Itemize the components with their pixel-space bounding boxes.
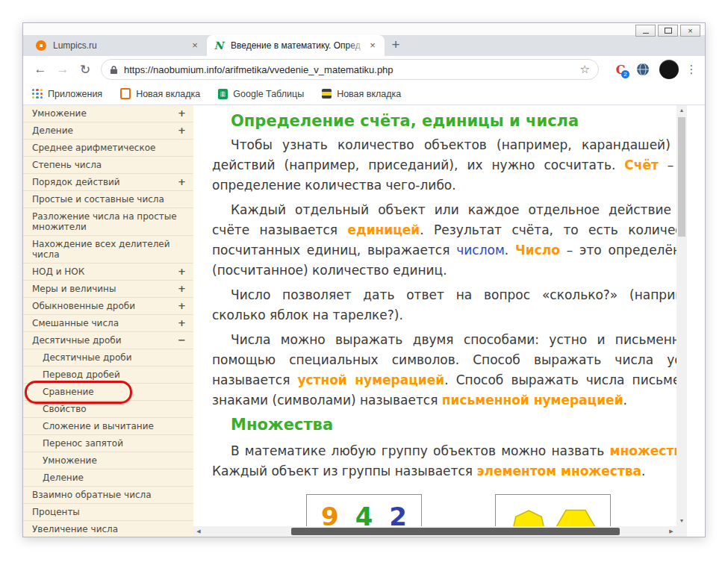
yellow-shapes-icon [505, 502, 602, 526]
sidebar-item[interactable]: Перенос запятой [23, 435, 193, 452]
sidebar-item-label: Простые и составные числа [32, 194, 164, 205]
reload-icon[interactable]: ↻ [74, 58, 96, 81]
sidebar-item-label: Свойство [43, 404, 87, 414]
sidebar-item[interactable]: Нахождение всех делителей числа [23, 236, 193, 263]
sidebar-item-label: Десятичные дроби [43, 352, 131, 363]
forward-icon[interactable]: → [52, 58, 74, 81]
sidebar-item-label: Перенос запятой [43, 438, 123, 449]
tab-close-icon[interactable]: × [189, 40, 201, 52]
horizontal-scrollbar-thumb[interactable] [291, 528, 620, 535]
page-area: Умножение+Деление+Среднее арифметическое… [23, 105, 705, 537]
tab-lumpics[interactable]: Lumpics.ru × [29, 35, 207, 56]
sidebar-item[interactable]: Обыкновенные дроби+ [23, 298, 193, 315]
sidebar-item[interactable]: НОД и НОК+ [23, 263, 193, 281]
apps-shortcut[interactable]: Приложения [32, 89, 102, 99]
collapse-minus-icon[interactable]: − [178, 335, 186, 346]
address-bar[interactable]: https://naobumium.info/arifmetika/vveden… [101, 59, 599, 80]
highlighted-term: Число [515, 243, 560, 258]
window-titlebar: × [23, 23, 705, 35]
sidebar-item[interactable]: Порядок действий+ [23, 174, 193, 191]
bookmark-star-icon[interactable]: ☆ [580, 63, 590, 76]
close-icon: × [688, 27, 692, 34]
page-right-margin [687, 105, 705, 537]
tab-active-vvedenie[interactable]: N Введение в математику. Опред × [207, 35, 385, 56]
sidebar-item[interactable]: Простые и составные числа [23, 191, 193, 208]
sidebar-item-label: Десятичные дроби [32, 335, 121, 346]
new-tab-button[interactable]: + [385, 35, 407, 56]
paragraph-counting: Чтобы узнать количество объектов (наприм… [212, 135, 676, 196]
sidebar-item-label: Меры и величины [32, 284, 116, 294]
sidebar-item[interactable]: Десятичные дроби− [23, 332, 193, 349]
sidebar-item-label: Нахождение всех делителей числа [32, 239, 186, 260]
paragraph-numeration: Числа можно выражать двумя способами: ус… [212, 330, 676, 411]
profile-avatar[interactable] [659, 60, 679, 79]
bookmark-label: Новая вкладка [136, 89, 200, 99]
figures-row: 9 4 2 [212, 494, 676, 526]
sidebar-item[interactable]: Проценты [23, 504, 193, 521]
scroll-right-icon[interactable]: ▶ [666, 526, 676, 537]
expand-plus-icon[interactable]: + [178, 266, 186, 277]
extension-globe-icon[interactable] [634, 60, 652, 78]
sidebar-item[interactable]: Свойство [23, 401, 193, 418]
expand-plus-icon[interactable]: + [178, 284, 186, 294]
sidebar-item-label: Умножение [43, 455, 97, 466]
expand-plus-icon[interactable]: + [178, 108, 186, 119]
sheets-icon [218, 89, 228, 99]
back-icon[interactable]: ← [29, 58, 52, 81]
sidebar-item-label: Разложение числа на простые множители [32, 211, 186, 232]
sidebar-item-label: Порядок действий [32, 177, 120, 187]
sidebar-item[interactable]: Сравнение [23, 384, 193, 401]
bookmark-google-sheets[interactable]: Google Таблицы [218, 89, 304, 99]
text-run: . [505, 243, 515, 258]
paragraph-unit-number: Каждый отдельный объект или каждое отдел… [212, 200, 676, 281]
tab-close-icon[interactable]: × [367, 40, 379, 52]
apps-grid-icon [32, 89, 43, 99]
sidebar-item-label: Взаимно обратные числа [32, 490, 152, 500]
content-viewport: Определение счёта, единицы и числа Чтобы… [193, 105, 676, 526]
highlighted-term: устной нумерацией [297, 372, 444, 387]
url-text[interactable]: https://naobumium.info/arifmetika/vveden… [124, 64, 574, 75]
scroll-down-icon[interactable]: ▼ [676, 516, 687, 526]
expand-plus-icon[interactable]: + [178, 177, 186, 187]
sidebar-item[interactable]: Смешанные числа+ [23, 315, 193, 332]
text-run: В математике любую группу объектов можно… [231, 443, 610, 458]
sidebar-item[interactable]: Меры и величины+ [23, 281, 193, 298]
scroll-up-icon[interactable]: ▲ [676, 105, 687, 116]
expand-plus-icon[interactable]: + [178, 125, 186, 136]
sidebar-item[interactable]: Перевод дробей [23, 366, 193, 384]
vertical-scrollbar[interactable]: ▲ ▼ [676, 105, 687, 526]
close-button[interactable]: × [680, 25, 700, 37]
sidebar-item[interactable]: Степень числа [23, 157, 193, 174]
sidebar-item[interactable]: Увеличение числа [23, 521, 193, 537]
bookmark-new-tab-1[interactable]: Новая вкладка [120, 88, 200, 99]
sidebar-item[interactable]: Деление [23, 469, 193, 487]
chrome-menu-icon[interactable]: ⋮ [684, 63, 699, 76]
highlighted-term: письменной нумерацией [442, 393, 623, 408]
sidebar-item[interactable]: Среднее арифметическое [23, 140, 193, 157]
sidebar-item[interactable]: Сложение и вычитание [23, 418, 193, 435]
sidebar-item[interactable]: Разложение числа на простые множители [23, 208, 193, 236]
apps-label: Приложения [48, 89, 102, 99]
horizontal-scrollbar[interactable]: ◀ ▶ [193, 526, 676, 537]
sidebar-item[interactable]: Умножение+ [23, 105, 193, 122]
lock-icon [110, 65, 118, 75]
sidebar-item[interactable]: Деление+ [23, 122, 193, 140]
sidebar-item[interactable]: Умножение [23, 452, 193, 469]
extension-c-icon[interactable]: C 2 [612, 60, 629, 78]
inline-link[interactable]: числом [456, 243, 505, 258]
sidebar-item-label: Смешанные числа [32, 318, 119, 328]
minimize-button[interactable] [635, 25, 656, 37]
vertical-scrollbar-thumb[interactable] [678, 117, 685, 237]
sidebar-item[interactable]: Десятичные дроби [23, 349, 193, 366]
sidebar-item-label: Степень числа [32, 160, 102, 170]
expand-plus-icon[interactable]: + [178, 318, 186, 328]
sidebar: Умножение+Деление+Среднее арифметическое… [23, 105, 193, 537]
sidebar-item[interactable]: Взаимно обратные числа [23, 487, 193, 504]
expand-plus-icon[interactable]: + [178, 301, 186, 311]
bookmark-new-tab-2[interactable]: Новая вкладка [322, 89, 401, 99]
maximize-icon [665, 28, 672, 34]
highlighted-term: Счёт [624, 157, 659, 172]
scroll-left-icon[interactable]: ◀ [193, 526, 204, 537]
maximize-button[interactable] [658, 25, 678, 37]
highlighted-term: элементом множества [476, 464, 641, 478]
